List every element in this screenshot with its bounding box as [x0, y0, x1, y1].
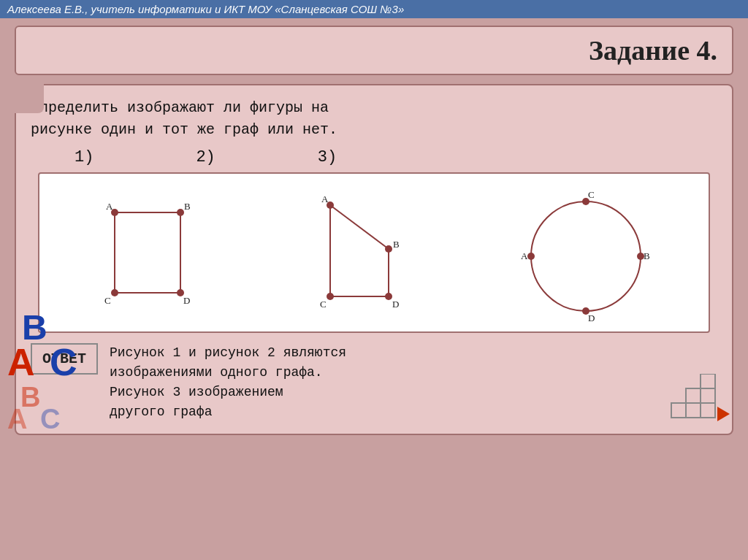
svg-rect-36 [671, 403, 686, 418]
svg-line-12 [330, 205, 389, 249]
svg-point-18 [327, 293, 334, 300]
svg-text:C: C [588, 189, 595, 200]
answer-text: Рисунок 1 и рисунок 2 являются изображен… [110, 343, 346, 422]
svg-text:B: B [184, 201, 191, 212]
question-line2: рисунке один и тот же граф или нет. [31, 119, 717, 141]
svg-text:A: A [321, 193, 329, 204]
svg-text:D: D [392, 299, 399, 310]
svg-rect-34 [686, 388, 701, 403]
deco-letter-a: А [7, 340, 35, 384]
deco-letter-c1: С [50, 340, 77, 384]
svg-point-6 [111, 289, 118, 296]
header-bar: Алексеева Е.В., учитель информатики и ИК… [0, 0, 748, 18]
svg-text:B: B [393, 239, 400, 250]
svg-point-24 [531, 202, 641, 311]
deco-letter-a2: А [7, 404, 27, 435]
diagram-3: C B D A [516, 183, 655, 322]
svg-point-17 [385, 245, 392, 253]
number-3: 3) [318, 148, 337, 166]
svg-text:B: B [644, 250, 650, 261]
answer-line3: Рисунок 3 изображением [110, 383, 346, 402]
diagram-1: A B C D [93, 183, 217, 322]
svg-rect-35 [701, 388, 715, 403]
svg-marker-39 [717, 407, 730, 421]
svg-text:C: C [320, 299, 327, 310]
question-text: Определить изображают ли фигуры на рисун… [31, 97, 717, 141]
svg-text:A: A [106, 201, 113, 212]
title-box: Задание 4. [15, 26, 733, 75]
svg-point-28 [527, 253, 535, 260]
answer-section: ОТВЕТ Рисунок 1 и рисунок 2 являются изо… [31, 343, 717, 422]
content-card: Определить изображают ли фигуры на рисун… [15, 84, 733, 435]
svg-text:D: D [588, 312, 595, 322]
svg-text:C: C [104, 295, 111, 306]
answer-line2: изображениями одного графа. [110, 363, 346, 383]
number-2: 2) [196, 148, 215, 166]
svg-rect-33 [701, 374, 715, 388]
svg-point-5 [177, 209, 184, 216]
page-title: Задание 4. [31, 34, 717, 66]
numbers-row: 1) 2) 3) [31, 148, 717, 166]
svg-rect-37 [686, 403, 701, 418]
question-line1: Определить изображают ли фигуры на [31, 97, 717, 119]
svg-text:D: D [183, 295, 190, 306]
deco-letter-c2: С [40, 404, 60, 435]
header-text: Алексеева Е.В., учитель информатики и ИК… [7, 3, 404, 15]
diagram-2: A B C D [308, 183, 425, 322]
number-1: 1) [75, 148, 94, 166]
svg-rect-38 [701, 403, 715, 418]
diagrams-container: A B C D A B C [38, 172, 710, 333]
answer-line4: другого графа [110, 402, 346, 422]
svg-point-19 [385, 293, 392, 300]
answer-line1: Рисунок 1 и рисунок 2 являются [110, 343, 346, 363]
svg-text:A: A [521, 250, 528, 261]
main-area: Задание 4. Определить изображают ли фигу… [0, 18, 748, 442]
deco-steps [660, 374, 733, 428]
